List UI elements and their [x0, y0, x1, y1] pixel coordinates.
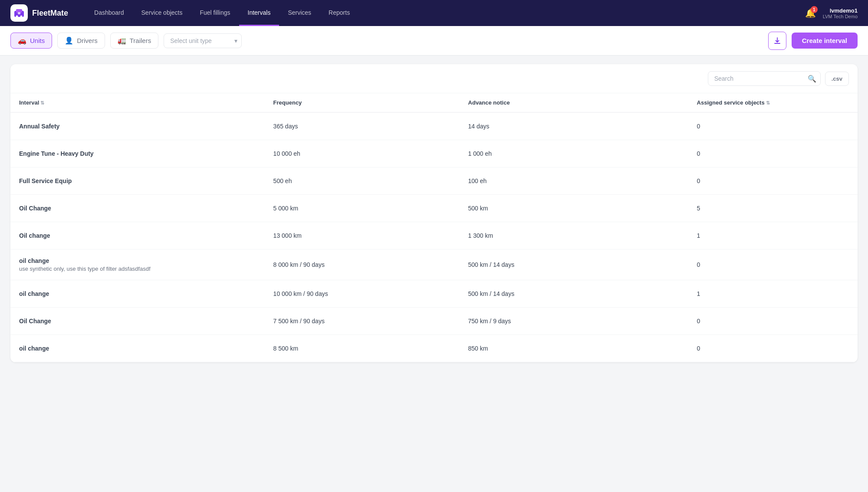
table-card: 🔍 .csv Interval Frequency Advance notice… [10, 64, 858, 362]
frequency-cell: 10 000 km / 90 days [265, 280, 460, 308]
column-header-assigned[interactable]: Assigned service objects [688, 93, 858, 112]
user-info: lvmdemo1 LVM Tech Demo [823, 7, 858, 19]
table-row[interactable]: Annual Safety365 days14 days0🗑 [10, 112, 858, 140]
download-button[interactable] [768, 32, 786, 50]
svg-point-2 [16, 16, 18, 18]
interval-name: oil change [19, 345, 256, 352]
assigned-cell: 0🗑 [688, 249, 858, 280]
frequency-cell: 5 000 km [265, 195, 460, 222]
table-row[interactable]: Oil Change7 500 km / 90 days750 km / 9 d… [10, 308, 858, 335]
advance-notice-cell: 500 km / 14 days [460, 280, 688, 308]
table-body: Annual Safety365 days14 days0🗑Engine Tun… [10, 112, 858, 362]
unit-type-select-wrapper: Select unit type ▾ [164, 33, 242, 48]
toolbar: 🚗Units👤Drivers🚛Trailers Select unit type… [0, 26, 868, 56]
table-row[interactable]: Full Service Equip500 eh100 eh0🗑 [10, 167, 858, 195]
assigned-cell: 5🗑 [688, 195, 858, 222]
notification-badge: 1 [811, 6, 818, 13]
notification-button[interactable]: 🔔 1 [805, 8, 816, 18]
interval-name: oil change [19, 290, 256, 297]
table-row[interactable]: oil change10 000 km / 90 days500 km / 14… [10, 280, 858, 308]
svg-rect-1 [16, 9, 22, 13]
advance-notice-cell: 14 days [460, 112, 688, 140]
unit-type-select[interactable]: Select unit type [164, 33, 242, 48]
advance-notice-cell: 500 km / 14 days [460, 249, 688, 280]
assigned-cell: 0🗑 [688, 308, 858, 335]
interval-name: Engine Tune - Heavy Duty [19, 150, 256, 157]
main-content: 🔍 .csv Interval Frequency Advance notice… [0, 56, 868, 371]
search-icon[interactable]: 🔍 [808, 75, 816, 83]
assigned-cell: 0🗑 [688, 140, 858, 167]
advance-notice-cell: 1 000 eh [460, 140, 688, 167]
table-row[interactable]: Oil change13 000 km1 300 km1🗑 [10, 222, 858, 249]
assigned-cell: 0🗑 [688, 167, 858, 195]
table-header-row: Interval Frequency Advance notice Assign… [10, 93, 858, 112]
advance-notice-cell: 500 km [460, 195, 688, 222]
tab-trailers[interactable]: 🚛Trailers [110, 33, 158, 49]
interval-name: Oil Change [19, 205, 256, 212]
tab-units[interactable]: 🚗Units [10, 33, 52, 49]
trailers-icon: 🚛 [118, 36, 126, 45]
nav-item-service-objects[interactable]: Service objects [133, 0, 191, 26]
column-header-advance-notice: Advance notice [460, 93, 688, 112]
interval-name: oil change [19, 257, 256, 264]
advance-notice-cell: 850 km [460, 335, 688, 362]
table-row[interactable]: Oil Change5 000 km500 km5🗑 [10, 195, 858, 222]
user-org: LVM Tech Demo [823, 14, 858, 19]
search-input[interactable] [708, 71, 821, 86]
table-row[interactable]: oil changeuse synthetic only, use this t… [10, 249, 858, 280]
interval-desc: use synthetic only, use this type of fil… [19, 266, 256, 272]
svg-point-3 [20, 16, 23, 18]
nav-item-services[interactable]: Services [279, 0, 320, 26]
assigned-cell: 1🗑 [688, 280, 858, 308]
nav-item-dashboard[interactable]: Dashboard [85, 0, 133, 26]
interval-name: Oil change [19, 232, 256, 239]
interval-name: Annual Safety [19, 123, 256, 130]
advance-notice-cell: 100 eh [460, 167, 688, 195]
advance-notice-cell: 750 km / 9 days [460, 308, 688, 335]
create-interval-button[interactable]: Create interval [792, 33, 858, 49]
frequency-cell: 10 000 eh [265, 140, 460, 167]
column-header-frequency: Frequency [265, 93, 460, 112]
frequency-cell: 500 eh [265, 167, 460, 195]
tab-drivers[interactable]: 👤Drivers [57, 33, 105, 49]
frequency-cell: 365 days [265, 112, 460, 140]
table-row[interactable]: Engine Tune - Heavy Duty10 000 eh1 000 e… [10, 140, 858, 167]
assigned-cell: 0🗑 [688, 112, 858, 140]
toolbar-right: Create interval [768, 32, 858, 50]
frequency-cell: 7 500 km / 90 days [265, 308, 460, 335]
advance-notice-cell: 1 300 km [460, 222, 688, 249]
interval-name: Oil Change [19, 318, 256, 325]
intervals-table: Interval Frequency Advance notice Assign… [10, 93, 858, 362]
brand: FleetMate [10, 4, 68, 22]
svg-rect-4 [18, 12, 20, 14]
table-head: Interval Frequency Advance notice Assign… [10, 93, 858, 112]
interval-name: Full Service Equip [19, 177, 256, 184]
frequency-cell: 8 000 km / 90 days [265, 249, 460, 280]
nav-item-fuel-fillings[interactable]: Fuel fillings [191, 0, 239, 26]
drivers-icon: 👤 [65, 36, 73, 45]
units-icon: 🚗 [18, 36, 26, 45]
column-header-interval[interactable]: Interval [10, 93, 265, 112]
csv-export-button[interactable]: .csv [825, 72, 849, 86]
frequency-cell: 8 500 km [265, 335, 460, 362]
search-wrapper: 🔍 [708, 71, 821, 86]
nav-item-intervals[interactable]: Intervals [239, 0, 279, 26]
frequency-cell: 13 000 km [265, 222, 460, 249]
user-name: lvmdemo1 [830, 7, 858, 14]
navbar-right: 🔔 1 lvmdemo1 LVM Tech Demo [805, 7, 858, 19]
nav-item-reports[interactable]: Reports [320, 0, 358, 26]
logo [10, 4, 28, 22]
assigned-cell: 1🗑 [688, 222, 858, 249]
app-title: FleetMate [32, 9, 68, 18]
table-header-bar: 🔍 .csv [10, 64, 858, 93]
table-row[interactable]: oil change8 500 km850 km0🗑 [10, 335, 858, 362]
navbar: FleetMate DashboardService objectsFuel f… [0, 0, 868, 26]
nav-links: DashboardService objectsFuel fillingsInt… [85, 0, 805, 26]
assigned-cell: 0🗑 [688, 335, 858, 362]
